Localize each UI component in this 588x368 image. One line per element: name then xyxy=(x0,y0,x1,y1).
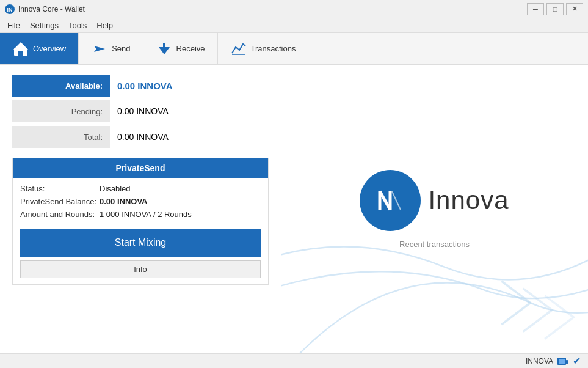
svg-marker-3 xyxy=(13,42,28,50)
close-button[interactable]: ✕ xyxy=(566,3,583,15)
nav-bar: Overview Send Receive Transactions xyxy=(0,33,588,65)
menu-file[interactable]: File xyxy=(2,20,25,31)
svg-rect-8 xyxy=(163,43,165,50)
nav-overview-label: Overview xyxy=(33,44,66,53)
ps-balance-value: 0.00 INNOVA xyxy=(100,197,148,206)
innova-brand-name: Innova xyxy=(428,186,509,215)
network-label: INNOVA xyxy=(526,357,553,366)
info-button[interactable]: Info xyxy=(20,260,261,278)
nav-transactions-label: Transactions xyxy=(251,44,296,53)
menu-settings[interactable]: Settings xyxy=(25,20,64,31)
svg-rect-4 xyxy=(18,51,23,56)
app-logo-icon: IN xyxy=(5,4,15,14)
send-icon xyxy=(91,40,108,57)
left-panel: Available: 0.00 INNOVA Pending: 0.00 INN… xyxy=(0,65,281,353)
svg-text:IN: IN xyxy=(7,7,13,13)
available-value: 0.00 INNOVA xyxy=(110,81,173,91)
pending-row: Pending: 0.00 INNOVA xyxy=(12,100,269,122)
ps-balance-row: PrivateSend Balance: 0.00 INNOVA xyxy=(20,197,261,206)
logo-area: Innova xyxy=(360,170,509,231)
menu-tools[interactable]: Tools xyxy=(64,20,92,31)
menu-bar: File Settings Tools Help xyxy=(0,18,588,33)
title-bar-left: IN Innova Core - Wallet xyxy=(5,4,85,14)
nav-receive-label: Receive xyxy=(176,44,205,53)
minimize-button[interactable]: ─ xyxy=(527,3,544,15)
privatesend-section: PrivateSend Status: Disabled PrivateSend… xyxy=(12,158,269,285)
svg-line-10 xyxy=(380,191,390,210)
nav-receive[interactable]: Receive xyxy=(143,33,218,64)
available-label: Available: xyxy=(12,75,110,97)
balance-section: Available: 0.00 INNOVA Pending: 0.00 INN… xyxy=(12,75,269,148)
nav-send-label: Send xyxy=(112,44,130,53)
ps-amount-row: Amount and Rounds: 1 000 INNOVA / 2 Roun… xyxy=(20,210,261,219)
start-mixing-button[interactable]: Start Mixing xyxy=(20,229,261,257)
window-title: Innova Core - Wallet xyxy=(18,5,85,13)
pending-label: Pending: xyxy=(12,100,110,122)
nav-send[interactable]: Send xyxy=(79,33,143,64)
check-icon: ✔ xyxy=(573,355,581,367)
total-label: Total: xyxy=(12,126,110,148)
available-row: Available: 0.00 INNOVA xyxy=(12,75,269,97)
recent-transactions-text: Recent transactions xyxy=(399,240,470,249)
nav-overview[interactable]: Overview xyxy=(0,33,79,64)
status-right: INNOVA ✔ xyxy=(526,355,581,367)
innova-logo-svg xyxy=(369,179,412,222)
pending-value: 0.00 INNOVA xyxy=(110,106,169,116)
total-value: 0.00 INNOVA xyxy=(110,132,169,142)
privatesend-header: PrivateSend xyxy=(13,158,268,178)
ps-amount-value: 1 000 INNOVA / 2 Rounds xyxy=(100,210,192,219)
receive-icon xyxy=(156,40,173,57)
svg-rect-15 xyxy=(566,360,568,364)
right-panel: .wave { fill: none; stroke: #b8d8f0; str… xyxy=(281,65,588,353)
home-icon xyxy=(12,40,29,57)
ps-status-value: Disabled xyxy=(100,184,131,193)
nav-transactions[interactable]: Transactions xyxy=(218,33,309,64)
svg-line-12 xyxy=(392,191,401,210)
main-content: Available: 0.00 INNOVA Pending: 0.00 INN… xyxy=(0,65,588,353)
ps-amount-label: Amount and Rounds: xyxy=(20,210,100,219)
chart-icon xyxy=(230,40,247,57)
title-bar: IN Innova Core - Wallet ─ □ ✕ xyxy=(0,0,588,18)
total-row: Total: 0.00 INNOVA xyxy=(12,126,269,148)
logo-container: Innova Recent transactions xyxy=(360,170,509,249)
ps-balance-label: PrivateSend Balance: xyxy=(20,197,100,206)
ps-status-label: Status: xyxy=(20,184,100,193)
ps-status-row: Status: Disabled xyxy=(20,184,261,193)
status-bar: INNOVA ✔ xyxy=(0,353,588,368)
privatesend-body: Status: Disabled PrivateSend Balance: 0.… xyxy=(13,178,268,284)
innova-logo-circle xyxy=(360,170,421,231)
maximize-button[interactable]: □ xyxy=(546,3,564,15)
network-icon xyxy=(557,355,569,367)
title-bar-controls: ─ □ ✕ xyxy=(527,3,583,15)
svg-rect-14 xyxy=(559,359,565,364)
menu-help[interactable]: Help xyxy=(92,20,118,31)
svg-rect-6 xyxy=(96,48,101,50)
